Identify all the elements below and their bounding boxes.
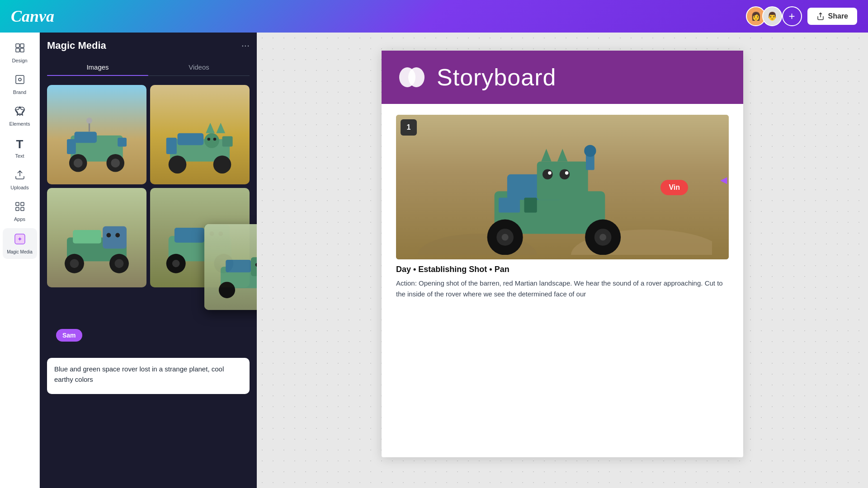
svg-rect-0 — [16, 44, 19, 47]
panel-more-button[interactable]: ··· — [241, 40, 250, 52]
svg-point-31 — [208, 138, 211, 141]
storyboard-title: Storyboard — [437, 64, 556, 91]
image-grid: Sam — [47, 85, 250, 287]
image-cell-3[interactable] — [47, 188, 146, 287]
svg-rect-7 — [16, 202, 19, 206]
svg-point-83 — [599, 234, 606, 240]
svg-rect-17 — [118, 138, 127, 147]
svg-rect-3 — [20, 48, 24, 52]
svg-rect-26 — [166, 138, 177, 154]
comment-arrow-icon: ◀ — [720, 174, 727, 185]
rover-svg-3 — [52, 207, 142, 283]
sidebar-item-magic-media[interactable]: ✦ Magic Media — [3, 228, 37, 259]
sam-cursor-badge: Sam — [56, 329, 82, 342]
design-label: Design — [12, 58, 27, 63]
sidebar-item-elements[interactable]: Elements — [3, 101, 37, 131]
svg-rect-45 — [175, 228, 204, 243]
dragging-image — [204, 224, 257, 310]
sidebar-item-brand[interactable]: Brand — [3, 70, 37, 99]
storyboard-canvas: Storyboard 1 — [382, 51, 743, 457]
svg-point-50 — [172, 260, 180, 267]
text-icon: T — [16, 137, 24, 151]
storyboard-logo — [396, 61, 428, 93]
svg-rect-76 — [499, 197, 520, 212]
svg-rect-2 — [16, 48, 19, 52]
sidebar-item-text[interactable]: T Text — [3, 133, 37, 163]
svg-rect-27 — [222, 136, 233, 146]
design-icon — [14, 42, 25, 56]
sidebar-item-uploads[interactable]: Uploads — [3, 165, 37, 195]
rover-svg-1 — [52, 113, 142, 180]
tab-images[interactable]: Images — [47, 59, 148, 75]
image-cell-1[interactable] — [47, 85, 146, 184]
add-collaborator-button[interactable]: + — [782, 6, 802, 26]
brand-label: Brand — [13, 89, 26, 95]
text-label: Text — [15, 153, 24, 159]
frame-1-image: 1 — [396, 115, 729, 259]
svg-point-39 — [115, 233, 120, 238]
svg-rect-8 — [21, 202, 24, 206]
svg-marker-69 — [557, 149, 568, 161]
svg-point-4 — [19, 78, 21, 81]
app-header: Canva 👩 👨 + Share — [0, 0, 868, 33]
svg-point-32 — [213, 138, 217, 141]
shot-title: Day • Establishing Shot • Pan — [396, 265, 729, 274]
image-cell-2[interactable] — [150, 85, 250, 184]
sidebar-item-design[interactable]: Design — [3, 38, 37, 68]
svg-rect-36 — [73, 230, 101, 244]
main-content: Design Brand Elements T Text — [0, 33, 868, 488]
storyboard-header: Storyboard — [382, 51, 743, 104]
uploads-icon — [14, 169, 25, 183]
svg-point-33 — [169, 155, 187, 174]
svg-rect-37 — [103, 226, 127, 249]
apps-icon — [14, 201, 25, 215]
svg-point-73 — [565, 171, 569, 175]
svg-marker-29 — [216, 123, 225, 133]
main-rover-svg — [413, 136, 712, 255]
shot-action: Action: Opening shot of the barren, red … — [396, 278, 729, 300]
svg-point-38 — [106, 233, 111, 238]
svg-rect-55 — [251, 257, 257, 276]
elements-icon — [14, 106, 25, 119]
frame-1-container: 1 — [396, 115, 729, 300]
svg-point-21 — [111, 159, 120, 168]
sidebar: Design Brand Elements T Text — [0, 33, 40, 488]
svg-point-34 — [213, 155, 231, 174]
avatar-2: 👨 — [762, 6, 782, 26]
svg-point-71 — [548, 171, 552, 175]
svg-rect-25 — [178, 133, 204, 145]
svg-marker-68 — [541, 149, 552, 161]
svg-text:✦: ✦ — [17, 235, 23, 243]
tab-videos[interactable]: Videos — [148, 59, 250, 75]
svg-point-23 — [86, 117, 92, 123]
svg-point-43 — [115, 259, 124, 268]
canva-logo[interactable]: Canva — [11, 7, 54, 26]
share-button[interactable]: Share — [807, 8, 857, 25]
sidebar-item-apps[interactable]: Apps — [3, 197, 37, 226]
svg-rect-9 — [16, 207, 19, 211]
svg-rect-5 — [16, 75, 24, 84]
svg-point-19 — [74, 159, 83, 168]
elements-label: Elements — [9, 121, 30, 127]
magic-media-label: Magic Media — [7, 249, 33, 254]
svg-rect-54 — [226, 260, 251, 272]
svg-point-72 — [559, 169, 570, 179]
prompt-input[interactable]: Blue and green space rover lost in a str… — [47, 358, 250, 394]
svg-point-75 — [584, 145, 596, 156]
canvas-area: Storyboard 1 — [257, 33, 868, 488]
svg-point-30 — [204, 133, 219, 148]
svg-rect-1 — [20, 44, 24, 47]
storyboard-body: 1 — [382, 104, 743, 318]
share-icon — [816, 12, 825, 20]
svg-rect-67 — [537, 161, 588, 200]
magic-media-icon: ✦ — [14, 233, 26, 248]
vin-badge: Vin — [660, 180, 688, 195]
uploads-label: Uploads — [10, 185, 28, 190]
rover-svg-2 — [155, 113, 245, 180]
share-label: Share — [828, 12, 848, 20]
svg-point-58 — [219, 282, 235, 298]
svg-point-80 — [501, 234, 508, 240]
svg-marker-28 — [206, 123, 215, 133]
shot-info: Day • Establishing Shot • Pan Action: Op… — [396, 265, 729, 300]
svg-point-61 — [408, 67, 425, 87]
